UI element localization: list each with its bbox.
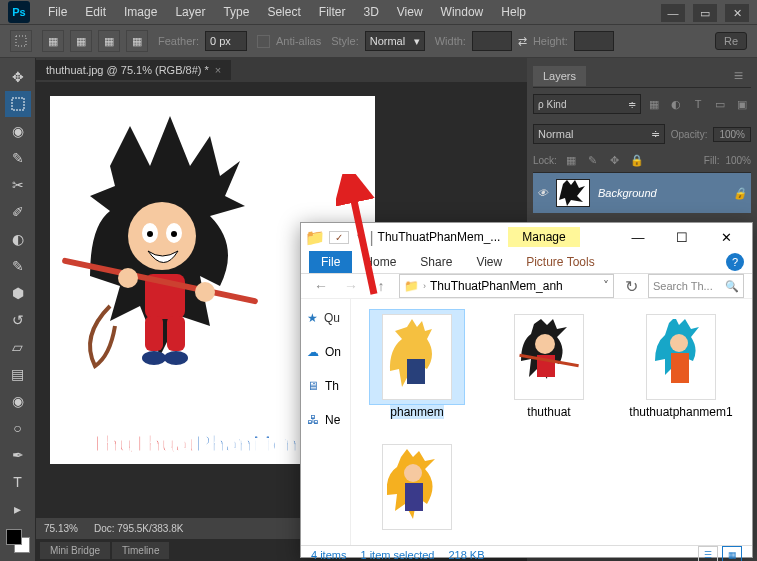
filter-kind-select[interactable]: ρ Kind≑ xyxy=(533,94,641,114)
history-brush-icon[interactable]: ↺ xyxy=(5,307,31,333)
brush-tool-icon[interactable]: ✎ xyxy=(5,253,31,279)
style-select[interactable]: Normal▾ xyxy=(365,31,425,51)
new-selection-icon[interactable]: ▦ xyxy=(42,30,64,52)
layer-background[interactable]: 👁 Background 🔒 xyxy=(533,173,751,213)
healing-tool-icon[interactable]: ◐ xyxy=(5,226,31,252)
help-icon[interactable]: ? xyxy=(726,253,744,271)
link-wh-icon[interactable]: ⇄ xyxy=(518,35,527,48)
maximize-button[interactable]: ▭ xyxy=(693,4,717,22)
thumbnails-view-button[interactable]: ▦ xyxy=(722,546,742,561)
menu-image[interactable]: Image xyxy=(116,3,165,21)
explorer-titlebar[interactable]: 📁 ✓ ▾ | ThuThuatPhanMem_... Manage — ☐ ✕ xyxy=(301,223,752,251)
menu-select[interactable]: Select xyxy=(259,3,308,21)
filter-shape-icon[interactable]: ▭ xyxy=(711,95,729,113)
subtract-selection-icon[interactable]: ▦ xyxy=(98,30,120,52)
filter-smart-icon[interactable]: ▣ xyxy=(733,95,751,113)
panel-menu-icon[interactable]: ≡ xyxy=(726,67,751,85)
nav-this-pc[interactable]: 🖥Th xyxy=(305,375,346,397)
feather-input[interactable]: 0 px xyxy=(205,31,247,51)
ribbon: File Home Share View Picture Tools ? xyxy=(301,251,752,274)
nav-network[interactable]: 🖧Ne xyxy=(305,409,346,431)
fg-color[interactable] xyxy=(6,529,22,545)
blend-mode-select[interactable]: Normal≑ xyxy=(533,124,665,144)
address-dropdown-icon[interactable]: ˅ xyxy=(603,279,609,293)
breadcrumb-caret-icon[interactable]: › xyxy=(423,281,426,291)
file-item-4[interactable] xyxy=(361,439,473,535)
address-bar[interactable]: 📁 › ThuThuatPhanMem_anh ˅ xyxy=(399,274,614,298)
ribbon-home-tab[interactable]: Home xyxy=(352,251,408,273)
menu-edit[interactable]: Edit xyxy=(77,3,114,21)
nav-forward-button[interactable]: → xyxy=(339,274,363,298)
eraser-tool-icon[interactable]: ▱ xyxy=(5,334,31,360)
color-swatches[interactable] xyxy=(6,529,30,553)
breadcrumb-folder[interactable]: ThuThuatPhanMem_anh xyxy=(430,279,563,293)
ribbon-view-tab[interactable]: View xyxy=(464,251,514,273)
manage-context-tab[interactable]: Manage xyxy=(508,227,579,247)
ribbon-share-tab[interactable]: Share xyxy=(408,251,464,273)
move-tool-icon[interactable]: ✥ xyxy=(5,64,31,90)
checkbox-toolbar-icon[interactable]: ✓ xyxy=(329,231,349,244)
nav-up-button[interactable]: ↑ xyxy=(369,274,393,298)
nav-onedrive[interactable]: ☁On xyxy=(305,341,346,363)
quick-select-tool-icon[interactable]: ✎ xyxy=(5,145,31,171)
intersect-selection-icon[interactable]: ▦ xyxy=(126,30,148,52)
marquee-tool-icon[interactable] xyxy=(5,91,31,117)
minimize-button[interactable]: — xyxy=(661,4,685,22)
menu-help[interactable]: Help xyxy=(493,3,534,21)
ribbon-file-tab[interactable]: File xyxy=(309,251,352,273)
eyedropper-tool-icon[interactable]: ✐ xyxy=(5,199,31,225)
close-button[interactable]: ✕ xyxy=(725,4,749,22)
layer-thumbnail[interactable] xyxy=(556,179,590,207)
search-input[interactable]: Search Th... 🔍 xyxy=(648,274,744,298)
mini-bridge-tab[interactable]: Mini Bridge xyxy=(40,542,110,559)
crop-tool-icon[interactable]: ✂ xyxy=(5,172,31,198)
menu-window[interactable]: Window xyxy=(433,3,492,21)
explorer-minimize-button[interactable]: — xyxy=(616,223,660,251)
dodge-tool-icon[interactable]: ○ xyxy=(5,415,31,441)
explorer-close-button[interactable]: ✕ xyxy=(704,223,748,251)
type-tool-icon[interactable]: T xyxy=(5,469,31,495)
refresh-button[interactable]: ↻ xyxy=(620,277,642,296)
menu-type[interactable]: Type xyxy=(215,3,257,21)
blur-tool-icon[interactable]: ◉ xyxy=(5,388,31,414)
file-item-thuthuat[interactable]: thuthuat xyxy=(493,309,605,419)
menu-filter[interactable]: Filter xyxy=(311,3,354,21)
layers-panel-tab[interactable]: Layers xyxy=(533,66,586,86)
refine-edge-button[interactable]: Re xyxy=(715,32,747,50)
stamp-tool-icon[interactable]: ⬢ xyxy=(5,280,31,306)
zoom-level[interactable]: 75.13% xyxy=(44,523,78,534)
lock-transparent-icon[interactable]: ▦ xyxy=(563,152,579,168)
details-view-button[interactable]: ☰ xyxy=(698,546,718,561)
file-list[interactable]: phanmem thuthuat thuthuatphanmem1 xyxy=(351,299,752,545)
add-selection-icon[interactable]: ▦ xyxy=(70,30,92,52)
filter-pixel-icon[interactable]: ▦ xyxy=(645,95,663,113)
document-tab[interactable]: thuthuat.jpg @ 75.1% (RGB/8#) * × xyxy=(36,60,231,80)
marquee-tool-preset-icon[interactable] xyxy=(10,30,32,52)
filter-type-icon[interactable]: T xyxy=(689,95,707,113)
filter-adjust-icon[interactable]: ◐ xyxy=(667,95,685,113)
menu-3d[interactable]: 3D xyxy=(355,3,386,21)
opacity-input[interactable]: 100% xyxy=(713,127,751,142)
lock-all-icon[interactable]: 🔒 xyxy=(629,152,645,168)
nav-back-button[interactable]: ← xyxy=(309,274,333,298)
menu-layer[interactable]: Layer xyxy=(167,3,213,21)
nav-pane[interactable]: ★Qu ☁On 🖥Th 🖧Ne xyxy=(301,299,351,545)
anti-alias-checkbox[interactable] xyxy=(257,35,270,48)
fill-input[interactable]: 100% xyxy=(725,155,751,166)
tab-close-icon[interactable]: × xyxy=(215,64,221,76)
explorer-maximize-button[interactable]: ☐ xyxy=(660,223,704,251)
nav-quick-access[interactable]: ★Qu xyxy=(305,307,346,329)
file-item-thuthuatphanmem1[interactable]: thuthuatphanmem1 xyxy=(625,309,737,419)
gradient-tool-icon[interactable]: ▤ xyxy=(5,361,31,387)
lock-pixels-icon[interactable]: ✎ xyxy=(585,152,601,168)
ribbon-picture-tools-tab[interactable]: Picture Tools xyxy=(514,251,606,273)
path-select-icon[interactable]: ▸ xyxy=(5,496,31,522)
menu-file[interactable]: File xyxy=(40,3,75,21)
lasso-tool-icon[interactable]: ◉ xyxy=(5,118,31,144)
menu-view[interactable]: View xyxy=(389,3,431,21)
pen-tool-icon[interactable]: ✒ xyxy=(5,442,31,468)
visibility-icon[interactable]: 👁 xyxy=(537,187,548,199)
file-item-phanmem[interactable]: phanmem xyxy=(361,309,473,419)
lock-position-icon[interactable]: ✥ xyxy=(607,152,623,168)
timeline-tab[interactable]: Timeline xyxy=(112,542,169,559)
